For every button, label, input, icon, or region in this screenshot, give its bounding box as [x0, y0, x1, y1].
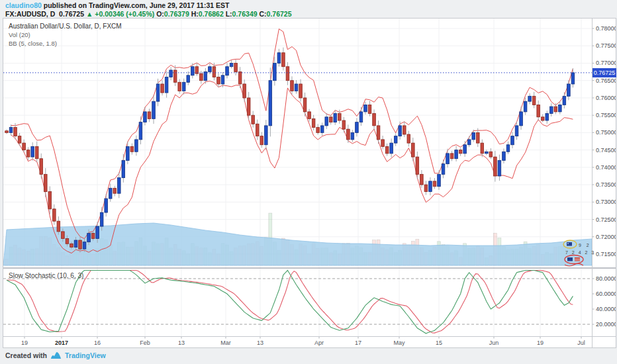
- tradingview-logo-icon: [50, 351, 62, 359]
- up-arrow-icon: ▲: [86, 10, 93, 18]
- svg-text:0.75000: 0.75000: [596, 129, 616, 136]
- close-label: C:: [260, 10, 267, 18]
- svg-text:40.0000: 40.0000: [596, 306, 616, 312]
- svg-text:20.0000: 20.0000: [596, 321, 616, 328]
- svg-text:80.0000: 80.0000: [596, 275, 616, 282]
- svg-text:0.74000: 0.74000: [596, 164, 616, 171]
- svg-text:0.71500: 0.71500: [596, 251, 616, 257]
- svg-text:2017: 2017: [55, 340, 68, 346]
- svg-text:60.0000: 60.0000: [596, 291, 616, 297]
- legend-symbol[interactable]: Australian Dollar/U.S. Dollar, D, FXCM: [9, 22, 122, 30]
- svg-text:13: 13: [257, 340, 263, 346]
- svg-text:19: 19: [21, 340, 28, 346]
- svg-text:Feb: Feb: [140, 340, 150, 346]
- chart-header: claudino80 published on TradingView.com,…: [5, 1, 292, 18]
- svg-text:0.73000: 0.73000: [596, 199, 616, 205]
- svg-text:0.72500: 0.72500: [596, 216, 616, 223]
- publish-line: claudino80 published on TradingView.com,…: [5, 1, 292, 10]
- last-price: 0.76725: [59, 10, 84, 18]
- svg-text:19: 19: [537, 340, 544, 346]
- footer: Created with TradingView: [5, 351, 106, 359]
- price-change: +0.00346 (+0.45%): [95, 10, 154, 18]
- legend-volume-study[interactable]: Vol (20): [9, 30, 122, 39]
- symbol-name[interactable]: FX:AUDUSD, D: [5, 10, 55, 18]
- svg-text:16: 16: [94, 340, 101, 346]
- legend-bb-study[interactable]: BB (5, close, 1.8): [9, 39, 122, 48]
- open-label: O:: [156, 10, 164, 18]
- stochastic-study-label[interactable]: Slow Stochastic (10, 6, 3): [9, 272, 83, 279]
- chart-frame[interactable]: 0.780000.775000.770000.765000.760000.755…: [3, 18, 616, 348]
- svg-text:Apr: Apr: [314, 340, 324, 346]
- svg-text:Jun: Jun: [489, 340, 499, 346]
- high-value: 0.76862: [199, 10, 224, 18]
- published-chart-page: claudino80 published on TradingView.com,…: [0, 0, 617, 364]
- last-price-axis-badge: 0.76725: [593, 68, 616, 77]
- svg-text:0.72000: 0.72000: [596, 234, 616, 240]
- svg-text:0.75500: 0.75500: [596, 112, 616, 118]
- svg-text:0.76000: 0.76000: [596, 95, 616, 101]
- svg-text:0.73500: 0.73500: [596, 181, 616, 188]
- svg-text:May: May: [393, 340, 405, 346]
- tradingview-brand-link[interactable]: TradingView: [65, 351, 106, 359]
- svg-text:15: 15: [436, 340, 442, 346]
- svg-text:13: 13: [178, 340, 185, 346]
- close-value: 0.76725: [267, 10, 292, 18]
- svg-text:0.78000: 0.78000: [596, 25, 616, 32]
- svg-text:7 2 4 2 3: 7 2 4 2 3: [565, 250, 595, 255]
- svg-text:Jul: Jul: [577, 340, 585, 346]
- svg-text:Mar: Mar: [220, 340, 231, 346]
- open-value: 0.76379: [164, 10, 189, 18]
- chart-canvas[interactable]: 0.780000.775000.770000.765000.760000.755…: [3, 19, 616, 347]
- symbol-line: FX:AUDUSD, D 0.76725 ▲ +0.00346 (+0.45%)…: [5, 10, 292, 19]
- svg-text:17: 17: [355, 340, 361, 346]
- svg-text:0.77000: 0.77000: [596, 60, 616, 66]
- username-link[interactable]: claudino80: [5, 1, 42, 9]
- svg-text:9 2: 9 2: [579, 243, 591, 248]
- low-value: 0.76349: [232, 10, 258, 18]
- high-label: H:: [191, 10, 199, 18]
- publish-text: published on TradingView.com, June 29, 2…: [44, 1, 230, 9]
- svg-text:0.76500: 0.76500: [596, 77, 616, 84]
- svg-text:0.77500: 0.77500: [596, 42, 616, 49]
- chart-legend[interactable]: Australian Dollar/U.S. Dollar, D, FXCM V…: [9, 22, 122, 48]
- low-label: L:: [226, 10, 232, 18]
- svg-text:0.74500: 0.74500: [596, 147, 616, 154]
- created-with-text: Created with: [5, 351, 47, 359]
